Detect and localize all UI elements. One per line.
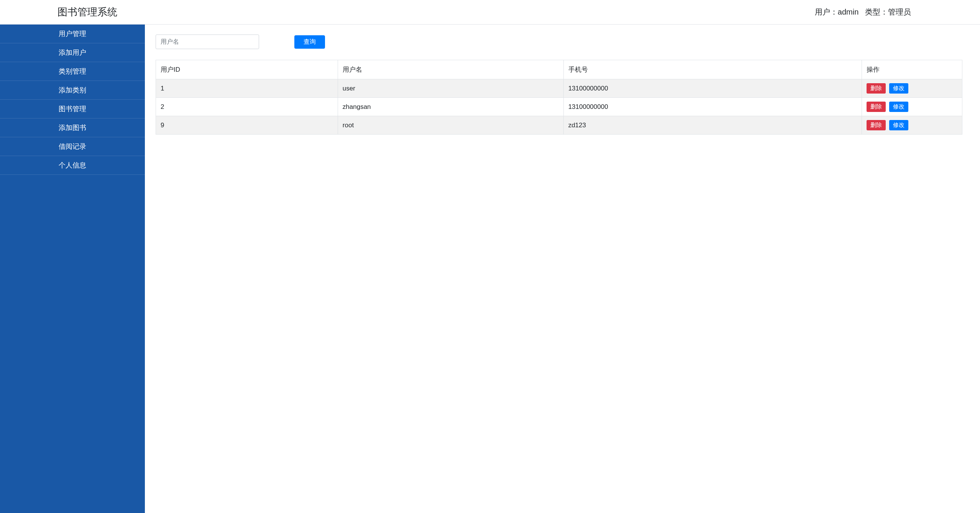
search-row: 查询 (156, 35, 962, 49)
column-header-phone: 手机号 (563, 60, 862, 79)
column-header-name: 用户名 (338, 60, 563, 79)
delete-button[interactable]: 删除 (867, 83, 886, 94)
table-row: 9 root zd123 删除 修改 (156, 116, 962, 135)
user-label: 用户： (815, 8, 838, 16)
column-header-id: 用户ID (156, 60, 338, 79)
sidebar: 用户管理 添加用户 类别管理 添加类别 图书管理 添加图书 借阅记录 个人信息 (0, 25, 145, 513)
user-table: 用户ID 用户名 手机号 操作 1 user 13100000000 删除 修改 (156, 60, 962, 135)
cell-user-phone: 13100000000 (563, 98, 862, 116)
sidebar-item-add-category[interactable]: 添加类别 (0, 81, 145, 100)
cell-user-phone: zd123 (563, 116, 862, 135)
sidebar-item-book-manage[interactable]: 图书管理 (0, 100, 145, 118)
header-user-info: 用户：admin 类型：管理员 (815, 7, 969, 17)
sidebar-item-label: 添加图书 (59, 124, 86, 132)
sidebar-item-profile[interactable]: 个人信息 (0, 156, 145, 175)
edit-button[interactable]: 修改 (889, 102, 908, 112)
table-row: 1 user 13100000000 删除 修改 (156, 79, 962, 98)
sidebar-item-category-manage[interactable]: 类别管理 (0, 62, 145, 81)
cell-actions: 删除 修改 (862, 98, 962, 116)
sidebar-item-label: 添加类别 (59, 86, 86, 94)
delete-button[interactable]: 删除 (867, 120, 886, 130)
cell-user-name: user (338, 79, 563, 98)
cell-user-id: 2 (156, 98, 338, 116)
type-label: 类型： (865, 8, 888, 16)
user-name: admin (838, 8, 859, 16)
sidebar-item-borrow-record[interactable]: 借阅记录 (0, 137, 145, 156)
search-button[interactable]: 查询 (294, 35, 325, 49)
sidebar-item-label: 借阅记录 (59, 143, 86, 150)
sidebar-item-label: 图书管理 (59, 105, 86, 113)
main-container: 用户管理 添加用户 类别管理 添加类别 图书管理 添加图书 借阅记录 个人信息 … (0, 25, 980, 513)
sidebar-item-label: 个人信息 (59, 161, 86, 169)
search-input[interactable] (156, 35, 259, 49)
cell-user-name: zhangsan (338, 98, 563, 116)
header: 图书管理系统 用户：admin 类型：管理员 (0, 0, 980, 25)
type-value: 管理员 (888, 8, 911, 16)
sidebar-item-label: 用户管理 (59, 30, 86, 38)
delete-button[interactable]: 删除 (867, 102, 886, 112)
sidebar-item-label: 添加用户 (59, 49, 86, 56)
content-area: 查询 用户ID 用户名 手机号 操作 1 user 13100000000 删除 (145, 25, 980, 513)
sidebar-item-user-manage[interactable]: 用户管理 (0, 25, 145, 43)
cell-user-id: 1 (156, 79, 338, 98)
cell-user-id: 9 (156, 116, 338, 135)
cell-actions: 删除 修改 (862, 116, 962, 135)
column-header-action: 操作 (862, 60, 962, 79)
table-row: 2 zhangsan 13100000000 删除 修改 (156, 98, 962, 116)
cell-user-phone: 13100000000 (563, 79, 862, 98)
sidebar-item-add-book[interactable]: 添加图书 (0, 118, 145, 137)
sidebar-item-label: 类别管理 (59, 67, 86, 75)
edit-button[interactable]: 修改 (889, 120, 908, 130)
edit-button[interactable]: 修改 (889, 83, 908, 94)
sidebar-item-add-user[interactable]: 添加用户 (0, 43, 145, 62)
app-title: 图书管理系统 (11, 5, 117, 19)
table-header-row: 用户ID 用户名 手机号 操作 (156, 60, 962, 79)
cell-actions: 删除 修改 (862, 79, 962, 98)
cell-user-name: root (338, 116, 563, 135)
